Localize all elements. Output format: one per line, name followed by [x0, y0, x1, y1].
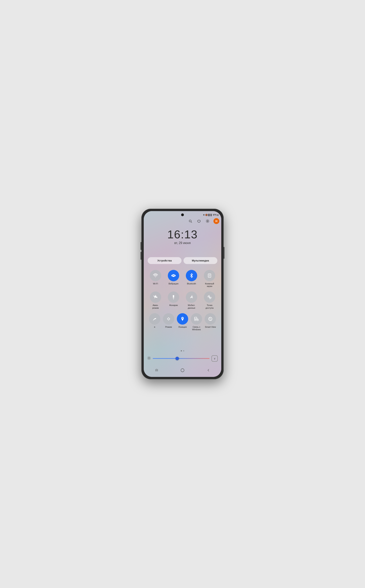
- svg-line-1: [191, 222, 192, 222]
- mobile-data-icon: [186, 291, 197, 303]
- brightness-thumb[interactable]: [175, 357, 179, 360]
- mobile-data-tile[interactable]: Мобил.данные: [184, 291, 199, 309]
- media-tab[interactable]: Мультимедиа: [183, 257, 217, 264]
- devices-tab[interactable]: Устройства: [148, 257, 182, 264]
- status-icons: ✱ 🔕 ▌▌▌ 97% ▮: [203, 214, 218, 216]
- quick-tiles: Wi-Fi Вибрация: [148, 270, 217, 335]
- tiles-row-3: я Режим: [148, 313, 217, 331]
- svg-point-12: [173, 297, 174, 298]
- smartview-icon: [205, 313, 216, 325]
- battery-percent: 97%: [213, 214, 217, 216]
- hotspot-icon: [204, 291, 215, 303]
- brightness-track[interactable]: [153, 358, 210, 359]
- eco-tile[interactable]: я: [148, 313, 161, 331]
- vibration-icon: [168, 270, 179, 281]
- top-toolbar: H: [188, 218, 219, 224]
- mode-icon: [163, 313, 174, 325]
- tiles-row-1: Wi-Fi Вибрация: [148, 270, 217, 287]
- svg-rect-17: [194, 319, 196, 321]
- vol-down-button[interactable]: [140, 252, 141, 260]
- mode-label: Режим: [165, 326, 172, 328]
- bluetooth-status-icon: ✱: [203, 214, 205, 216]
- airplane-tile[interactable]: Авиа-режим: [148, 291, 163, 309]
- home-button[interactable]: [179, 366, 186, 374]
- svg-rect-18: [197, 319, 198, 321]
- search-button[interactable]: [188, 218, 193, 224]
- vol-up-button[interactable]: [140, 242, 141, 250]
- hotspot-tile[interactable]: Точкадоступа: [202, 291, 217, 309]
- power-button-icon[interactable]: [196, 218, 202, 224]
- eco-icon: [149, 313, 160, 325]
- flashlight-label: Фонарик: [169, 304, 178, 307]
- wifi-label: Wi-Fi: [153, 282, 158, 285]
- smartview-tile[interactable]: Smart View: [204, 313, 217, 331]
- eco-label: я: [154, 326, 155, 328]
- wifi-tile[interactable]: Wi-Fi: [148, 270, 163, 287]
- location-icon: [177, 313, 188, 325]
- status-bar: ✱ 🔕 ▌▌▌ 97% ▮: [144, 211, 221, 217]
- svg-point-13: [209, 297, 210, 298]
- clock: 16:13: [144, 229, 221, 240]
- reading-tile[interactable]: Книжныйэкран: [202, 270, 217, 287]
- windows-icon: [191, 313, 202, 325]
- nav-bar: [144, 365, 221, 377]
- bluetooth-icon: [186, 270, 197, 281]
- windows-label: Связь сWindows: [192, 326, 201, 331]
- expand-button[interactable]: ∨: [211, 355, 218, 362]
- brightness-icon: [147, 356, 151, 361]
- reading-label: Книжныйэкран: [205, 282, 214, 287]
- reading-icon: [204, 270, 215, 281]
- battery-icon: ▮: [217, 214, 218, 216]
- wifi-icon: [150, 270, 161, 281]
- location-tile[interactable]: Локация: [175, 313, 189, 331]
- mute-status-icon: 🔕: [205, 214, 208, 216]
- mobile-data-label: Мобил.данные: [188, 304, 196, 309]
- location-label: Локация: [178, 326, 187, 328]
- svg-point-15: [182, 317, 183, 318]
- vibration-label: Вибрация: [168, 282, 178, 285]
- svg-point-20: [148, 357, 150, 359]
- windows-tile[interactable]: Связь сWindows: [190, 313, 204, 331]
- signal-status-icon: ▌▌▌: [208, 214, 212, 216]
- vibration-tile[interactable]: Вибрация: [166, 270, 181, 287]
- bluetooth-tile[interactable]: Bluetooth: [184, 270, 199, 287]
- svg-point-3: [155, 277, 156, 277]
- phone-frame: ✱ 🔕 ▌▌▌ 97% ▮: [141, 209, 224, 379]
- svg-line-23: [148, 357, 148, 357]
- svg-point-32: [181, 369, 184, 372]
- mode-tile[interactable]: Режим: [161, 313, 175, 331]
- page-dots: [144, 350, 221, 351]
- svg-rect-16: [194, 317, 197, 319]
- user-avatar[interactable]: H: [213, 218, 219, 224]
- page-dot-2: [183, 350, 184, 351]
- airplane-icon: [150, 291, 161, 303]
- recents-button[interactable]: [153, 366, 161, 374]
- hotspot-label: Точкадоступа: [206, 304, 214, 309]
- date: вт, 29 июня: [144, 241, 221, 245]
- power-button[interactable]: [224, 247, 225, 259]
- settings-button[interactable]: [205, 218, 210, 224]
- page-dot-1: [181, 350, 182, 351]
- quick-tabs: Устройства Мультимедиа: [148, 257, 217, 264]
- airplane-label: Авиа-режим: [152, 304, 159, 309]
- brightness-row: ∨: [147, 355, 218, 362]
- time-section: 16:13 вт, 29 июня: [144, 229, 221, 245]
- phone-screen: ✱ 🔕 ▌▌▌ 97% ▮: [144, 211, 221, 377]
- svg-line-24: [150, 359, 150, 359]
- svg-point-14: [168, 318, 169, 320]
- smartview-label: Smart View: [205, 326, 216, 328]
- back-button[interactable]: [204, 366, 212, 374]
- svg-line-28: [150, 357, 150, 357]
- svg-line-27: [148, 359, 148, 359]
- svg-point-2: [207, 221, 208, 222]
- flashlight-tile[interactable]: Фонарик: [166, 291, 181, 309]
- bluetooth-label: Bluetooth: [187, 282, 196, 285]
- flashlight-icon: [168, 291, 179, 303]
- tiles-row-2: Авиа-режим Фонарик: [148, 291, 217, 309]
